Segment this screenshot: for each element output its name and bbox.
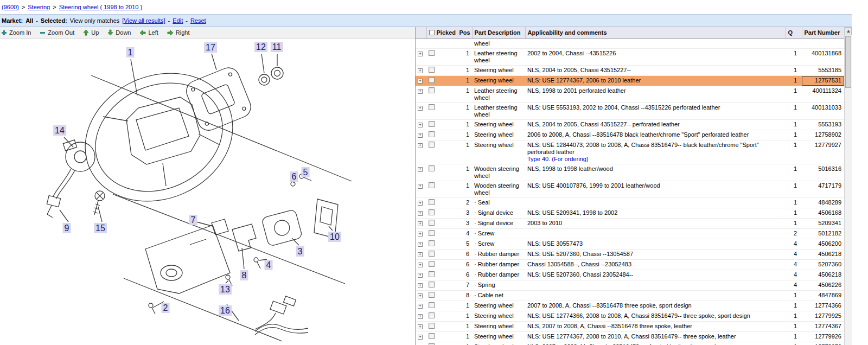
- expand-icon[interactable]: +: [418, 221, 423, 226]
- expand-icon[interactable]: +: [418, 52, 423, 56]
- scroll-up-button[interactable]: [845, 27, 852, 35]
- pan-up-button[interactable]: Up: [83, 29, 99, 36]
- diagram-callout-13[interactable]: 13: [219, 284, 232, 295]
- zoom-out-button[interactable]: Zoom Out: [40, 29, 74, 36]
- expand-icon[interactable]: +: [418, 293, 423, 298]
- table-row[interactable]: +4· Screw25012182: [416, 228, 844, 239]
- expand-icon[interactable]: +: [418, 304, 423, 309]
- picked-checkbox[interactable]: [429, 67, 435, 73]
- table-row[interactable]: wheel: [416, 39, 844, 48]
- diagram-callout-4[interactable]: 4: [265, 260, 273, 270]
- pan-right-button[interactable]: Right: [167, 29, 190, 36]
- scrollbar-thumb[interactable]: [845, 36, 851, 88]
- table-row[interactable]: +3· Signal device2003 to 201015209341: [416, 218, 844, 228]
- breadcrumb-link-page[interactable]: Steering wheel ( 1998 to 2010 ): [59, 4, 143, 10]
- picked-checkbox[interactable]: [429, 77, 435, 83]
- picked-checkbox[interactable]: [429, 182, 435, 188]
- table-row[interactable]: +1Leather steering wheel2002 to 2004, Ch…: [416, 48, 844, 65]
- expand-icon[interactable]: +: [418, 184, 423, 189]
- expand-icon[interactable]: +: [418, 123, 423, 127]
- view-all-results-link[interactable]: [View all results]: [122, 17, 165, 24]
- table-row[interactable]: +1Steering wheel2007 to 2008, A, Chassi …: [416, 301, 844, 311]
- expand-icon[interactable]: +: [418, 324, 423, 329]
- picked-checkbox[interactable]: [429, 131, 435, 137]
- picked-checkbox[interactable]: [429, 230, 435, 236]
- table-row[interactable]: +1Steering wheelNLS, 2007 to 2008, A, Ch…: [416, 321, 844, 331]
- pan-down-button[interactable]: Down: [107, 29, 131, 36]
- table-row[interactable]: +1Leather steering wheelNLS, 1998 to 200…: [416, 86, 844, 103]
- table-row[interactable]: +2· Seal14848289: [416, 197, 844, 208]
- picked-checkbox[interactable]: [429, 323, 435, 329]
- table-row[interactable]: +1Steering wheelNLS, 2004 to 2005, Chass…: [416, 65, 844, 75]
- picked-checkbox[interactable]: [429, 240, 435, 246]
- table-row[interactable]: +1Wooden steering wheelNLS: USE 40010787…: [416, 181, 844, 197]
- picked-checkbox[interactable]: [429, 104, 435, 110]
- diagram-callout-9[interactable]: 9: [63, 223, 71, 233]
- diagram-callout-7[interactable]: 7: [189, 215, 197, 225]
- picked-checkbox[interactable]: [429, 165, 435, 171]
- picked-checkbox[interactable]: [429, 302, 435, 308]
- expand-icon[interactable]: +: [418, 167, 423, 172]
- expand-icon[interactable]: +: [418, 252, 423, 257]
- table-row[interactable]: +6· Rubber damperChassi 13054588--, Chas…: [416, 259, 844, 270]
- zoom-in-button[interactable]: Zoom In: [1, 29, 31, 36]
- diagram-callout-12[interactable]: 12: [254, 42, 267, 52]
- breadcrumb-link-section[interactable]: Steering: [28, 4, 50, 10]
- picked-checkbox[interactable]: [429, 50, 435, 56]
- expand-icon[interactable]: +: [418, 201, 423, 206]
- expand-icon[interactable]: +: [418, 133, 423, 138]
- diagram-callout-1[interactable]: 1: [126, 47, 135, 58]
- vertical-scrollbar[interactable]: [844, 27, 852, 345]
- expand-icon[interactable]: +: [418, 273, 423, 278]
- expand-icon[interactable]: +: [418, 211, 423, 216]
- pan-left-button[interactable]: Left: [139, 29, 158, 36]
- picked-checkbox[interactable]: [429, 220, 435, 226]
- picked-checkbox[interactable]: [429, 282, 435, 288]
- expand-icon[interactable]: +: [418, 79, 423, 84]
- edit-filter-link[interactable]: Edit: [173, 17, 183, 24]
- picked-checkbox[interactable]: [429, 312, 435, 318]
- table-row[interactable]: +1Wooden steering wheelNLS, 1998 to 1998…: [416, 164, 844, 181]
- picked-checkbox[interactable]: [429, 87, 435, 93]
- expand-icon[interactable]: +: [418, 314, 423, 319]
- picked-checkbox[interactable]: [429, 343, 435, 345]
- picked-checkbox[interactable]: [429, 121, 435, 127]
- diagram-callout-16[interactable]: 16: [219, 305, 232, 316]
- table-row[interactable]: +3· Signal deviceNLS: USE 5209341, 1998 …: [416, 208, 844, 218]
- picked-checkbox[interactable]: [429, 292, 435, 298]
- picked-checkbox[interactable]: [429, 209, 435, 215]
- diagram-callout-15[interactable]: 15: [94, 223, 107, 233]
- exploded-view-diagram[interactable]: 1171211146591571034813216: [0, 39, 415, 345]
- table-row[interactable]: +8· Cable net14847869: [416, 290, 844, 301]
- expand-icon[interactable]: +: [418, 68, 423, 73]
- diagram-callout-11[interactable]: 11: [271, 42, 283, 52]
- table-row[interactable]: +1Steering wheelNLS, 2007 to 2008, M, Ch…: [416, 342, 844, 345]
- diagram-callout-17[interactable]: 17: [204, 42, 217, 53]
- diagram-callout-10[interactable]: 10: [328, 232, 341, 242]
- picked-checkbox[interactable]: [429, 261, 435, 267]
- expand-icon[interactable]: +: [418, 283, 423, 288]
- picked-checkbox[interactable]: [429, 333, 435, 339]
- breadcrumb-link-group[interactable]: (9600): [2, 4, 19, 10]
- expand-icon[interactable]: +: [418, 143, 423, 148]
- diagram-callout-5[interactable]: 5: [302, 167, 310, 177]
- picked-checkbox[interactable]: [429, 251, 435, 257]
- expand-icon[interactable]: +: [418, 106, 423, 111]
- table-row[interactable]: +1Steering wheelNLS, 2004 to 2005, Chass…: [416, 119, 844, 130]
- table-row[interactable]: +6· Rubber damperNLS: USE 5207360, Chass…: [416, 270, 844, 280]
- table-row[interactable]: +1Leather steering wheelNLS: USE 5553193…: [416, 103, 844, 119]
- table-row[interactable]: +1Steering wheelNLS: USE 12844073, 2008 …: [416, 140, 844, 164]
- table-row[interactable]: +1Steering wheelNLS: USE 12774366, 2008 …: [416, 311, 844, 321]
- picked-checkbox[interactable]: [429, 199, 435, 205]
- diagram-callout-3[interactable]: 3: [296, 246, 304, 257]
- picked-checkbox[interactable]: [429, 142, 435, 148]
- diagram-callout-8[interactable]: 8: [240, 270, 248, 280]
- diagram-callout-6[interactable]: 6: [290, 171, 298, 182]
- diagram-callout-14[interactable]: 14: [53, 125, 66, 136]
- diagram-callout-2[interactable]: 2: [162, 303, 170, 313]
- table-row[interactable]: +1Steering wheelNLS: USE 12774367, 2008 …: [416, 331, 844, 342]
- table-row[interactable]: +7· Spring44506226: [416, 280, 844, 290]
- table-row[interactable]: +6· Rubber damperNLS: USE 5207360, Chass…: [416, 249, 844, 259]
- expand-icon[interactable]: +: [418, 232, 423, 237]
- picked-checkbox[interactable]: [429, 271, 435, 277]
